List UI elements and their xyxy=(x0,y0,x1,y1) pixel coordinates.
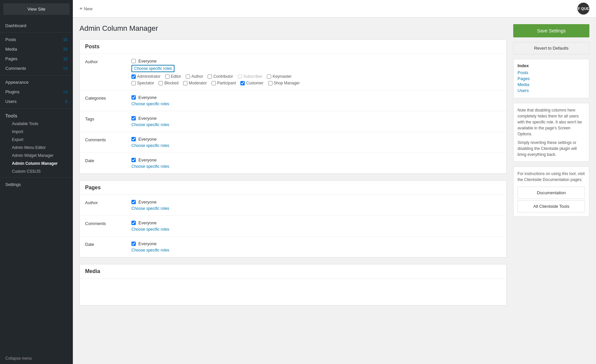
row-content: Everyone Choose specific roles xyxy=(131,158,501,169)
sidebar-item-admin-menu-editor[interactable]: Admin Menu Editor xyxy=(7,144,73,152)
choose-specific-roles-link[interactable]: Choose specific roles xyxy=(131,65,174,72)
plus-icon: + xyxy=(79,6,82,12)
everyone-label: Everyone xyxy=(138,200,157,205)
role-label: Blocked xyxy=(164,81,178,85)
spectator-checkbox[interactable] xyxy=(131,81,136,85)
role-shop-manager: Shop Manager xyxy=(268,81,300,85)
submenu-label: Admin Menu Editor xyxy=(12,145,46,150)
sidebar-item-import[interactable]: Import xyxy=(7,128,73,136)
choose-specific-roles-link[interactable]: Choose specific roles xyxy=(131,102,169,106)
sidebar-item-label: Comments xyxy=(5,66,26,71)
role-administrator: Administrator xyxy=(131,74,161,79)
media-badge: 23 xyxy=(63,47,68,52)
everyone-row: Everyone xyxy=(131,241,501,246)
row-content: Everyone Choose specific roles Administr… xyxy=(131,59,501,85)
everyone-checkbox[interactable] xyxy=(131,116,136,120)
sidebar-item-label: Media xyxy=(5,47,17,52)
sidebar-item-settings[interactable]: Settings xyxy=(0,180,73,189)
index-link-posts[interactable]: Posts xyxy=(518,70,585,75)
choose-specific-roles-link[interactable]: Choose specific roles xyxy=(131,164,169,169)
index-link-users[interactable]: Users xyxy=(518,88,585,93)
role-subscriber: Subscriber xyxy=(238,74,262,79)
tools-label: Tools xyxy=(0,111,73,120)
table-row: Author Everyone Choose specific roles Ad… xyxy=(80,54,506,90)
sidebar-item-pages[interactable]: Pages 12 xyxy=(0,54,73,64)
revert-defaults-button[interactable]: Revert to Defaults xyxy=(513,42,589,54)
row-content: Everyone Choose specific roles xyxy=(131,200,501,211)
shop-manager-checkbox[interactable] xyxy=(268,81,273,85)
sidebar-item-posts[interactable]: Posts 15 xyxy=(0,35,73,44)
sidebar-item-label: Posts xyxy=(5,37,16,42)
all-clientside-tools-button[interactable]: All Clientside Tools xyxy=(518,200,585,212)
administrator-checkbox[interactable] xyxy=(131,74,136,79)
everyone-checkbox[interactable] xyxy=(131,221,136,225)
sidebar-item-label: Appearance xyxy=(5,80,28,85)
topbar: + New F QUE xyxy=(73,0,596,18)
author-checkbox[interactable] xyxy=(186,74,190,79)
plugins-badge: +3 xyxy=(63,90,68,94)
sidebar-item-media[interactable]: Media 23 xyxy=(0,44,73,54)
choose-specific-roles-link[interactable]: Choose specific roles xyxy=(131,206,169,211)
sidebar-item-available-tools[interactable]: Available Tools xyxy=(7,120,73,128)
sidebar-item-custom-css-js[interactable]: Custom CSS/JS xyxy=(7,167,73,175)
sidebar-item-plugins[interactable]: Plugins +3 xyxy=(0,87,73,97)
sidebar-item-label: Dashboard xyxy=(5,23,26,28)
sidebar-item-admin-widget-manager[interactable]: Admin Widget Manager xyxy=(7,152,73,159)
moderator-checkbox[interactable] xyxy=(183,81,187,85)
sidebar-item-users[interactable]: Users 6 xyxy=(0,97,73,106)
sidebar-item-dashboard[interactable]: Dashboard xyxy=(0,21,73,30)
choose-specific-roles-link[interactable]: Choose specific roles xyxy=(131,227,169,232)
role-label: Spectator xyxy=(137,81,154,85)
posts-section-header: Posts xyxy=(80,40,506,54)
everyone-row: Everyone xyxy=(131,116,501,121)
table-row: Categories Everyone Choose specific role… xyxy=(80,90,506,111)
sidebar-item-comments[interactable]: Comments +2 xyxy=(0,64,73,73)
role-contributor: Contributor xyxy=(208,74,233,79)
everyone-row: Everyone xyxy=(131,200,501,205)
new-button[interactable]: + New xyxy=(79,6,92,12)
everyone-checkbox[interactable] xyxy=(131,95,136,100)
sidebar-item-admin-column-manager[interactable]: Admin Column Manager xyxy=(7,159,73,167)
sidebar: View Site Dashboard Posts 15 Media 23 Pa… xyxy=(0,0,73,364)
customer-checkbox[interactable] xyxy=(240,81,245,85)
editor-checkbox[interactable] xyxy=(165,74,170,79)
role-label: Author xyxy=(191,74,203,79)
keymaster-checkbox[interactable] xyxy=(267,74,271,79)
documentation-button[interactable]: Documentation xyxy=(518,187,585,199)
role-label: Keymaster xyxy=(273,74,291,79)
view-site-button[interactable]: View Site xyxy=(3,3,70,15)
media-section-title: Media xyxy=(85,268,501,274)
index-link-pages[interactable]: Pages xyxy=(518,76,585,81)
table-row: Tags Everyone Choose specific roles xyxy=(80,111,506,132)
contributor-checkbox[interactable] xyxy=(208,74,212,79)
sidebar-item-export[interactable]: Export xyxy=(7,136,73,144)
everyone-checkbox[interactable] xyxy=(131,158,136,162)
everyone-checkbox[interactable] xyxy=(131,200,136,204)
index-link-media[interactable]: Media xyxy=(518,82,585,87)
everyone-row: Everyone xyxy=(131,158,501,162)
choose-specific-roles-link[interactable]: Choose specific roles xyxy=(131,248,169,252)
blocked-checkbox[interactable] xyxy=(159,81,163,85)
role-label: Administrator xyxy=(137,74,161,79)
note-text-2: Simply reverting these settings or disab… xyxy=(518,140,585,158)
everyone-checkbox[interactable] xyxy=(131,242,136,246)
row-label: Tags xyxy=(85,116,125,121)
choose-specific-roles-link[interactable]: Choose specific roles xyxy=(131,143,169,148)
submenu-label: Available Tools xyxy=(12,121,38,126)
comments-badge: +2 xyxy=(63,66,68,71)
collapse-menu[interactable]: Collapse menu xyxy=(0,353,73,364)
subscriber-checkbox[interactable] xyxy=(238,74,242,79)
row-content: Everyone Choose specific roles xyxy=(131,95,501,106)
media-section-header: Media xyxy=(80,264,506,279)
roles-row-2: Spectator Blocked Moderator xyxy=(131,81,501,85)
everyone-checkbox[interactable] xyxy=(131,137,136,141)
participant-checkbox[interactable] xyxy=(212,81,216,85)
everyone-checkbox[interactable] xyxy=(131,59,136,63)
sidebar-item-appearance[interactable]: Appearance xyxy=(0,77,73,87)
avatar[interactable]: F QUE xyxy=(577,3,589,15)
role-blocked: Blocked xyxy=(159,81,178,85)
index-box: Index Posts Pages Media Users xyxy=(513,59,589,98)
page-title: Admin Column Manager xyxy=(79,24,507,33)
save-settings-button[interactable]: Save Settings xyxy=(513,24,589,37)
choose-specific-roles-link[interactable]: Choose specific roles xyxy=(131,122,169,127)
